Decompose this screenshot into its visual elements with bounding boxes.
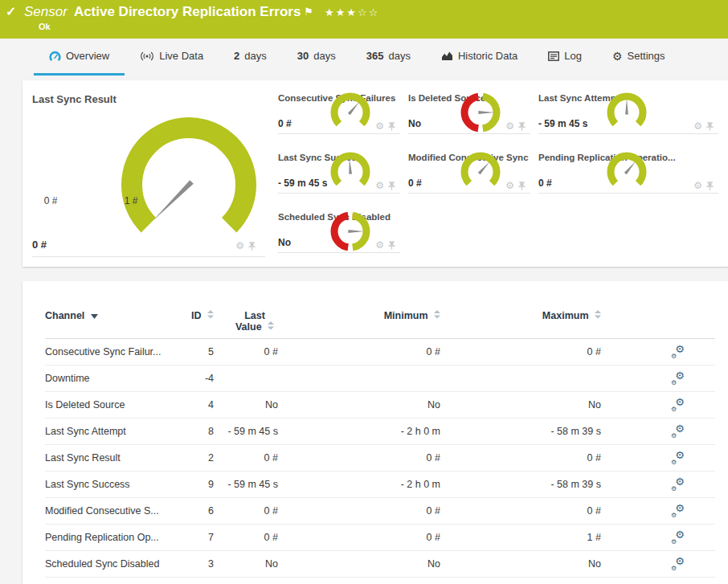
channel-settings-icon[interactable]: ⚙⚙ bbox=[672, 478, 685, 491]
table-row-is-deleted-source[interactable]: Is Deleted Source 4 No No No ⚙⚙ bbox=[45, 392, 715, 419]
table-row-modified-consecutive-s[interactable]: Modified Consecutive S... 6 0 # 0 # 0 # … bbox=[45, 498, 715, 525]
pin-icon[interactable] bbox=[388, 241, 395, 250]
channel-settings-icon[interactable]: ⚙⚙ bbox=[672, 372, 685, 385]
small-gauges-grid: Consecutive Sync Failures 0 # ⚙ Is Delet… bbox=[278, 90, 728, 267]
gauge-cell-consecutive-sync-failures: Consecutive Sync Failures 0 # ⚙ bbox=[278, 90, 400, 134]
pin-icon[interactable] bbox=[248, 242, 256, 251]
column-header-min[interactable]: Minimum bbox=[278, 310, 440, 321]
gauge-cell-value: 0 # bbox=[408, 178, 422, 189]
cell-id: 6 bbox=[166, 505, 214, 517]
gear-icon[interactable]: ⚙ bbox=[235, 241, 244, 251]
gauge-needle bbox=[348, 230, 364, 233]
column-header-channel[interactable]: Channel bbox=[45, 310, 166, 321]
cell-maximum: No bbox=[440, 399, 601, 410]
table-row-scheduled-sync-disabled[interactable]: Scheduled Sync Disabled 3 No No No ⚙⚙ bbox=[45, 551, 715, 578]
channel-settings-icon[interactable]: ⚙⚙ bbox=[672, 451, 685, 464]
table-row-last-sync-result[interactable]: Last Sync Result 2 0 # 0 # 0 # ⚙⚙ bbox=[45, 445, 715, 472]
sensor-title: Active Directory Replication Errors bbox=[74, 4, 301, 20]
cell-last-value: 0 # bbox=[214, 452, 278, 464]
table-row-last-sync-attempt[interactable]: Last Sync Attempt 8 - 59 m 45 s - 2 h 0 … bbox=[45, 419, 715, 445]
sort-icon bbox=[595, 310, 601, 321]
pin-icon[interactable] bbox=[518, 122, 526, 131]
sort-icon bbox=[207, 310, 214, 321]
gear-icon[interactable]: ⚙ bbox=[693, 181, 702, 190]
column-header-max[interactable]: Maximum bbox=[440, 310, 601, 321]
sort-icon bbox=[434, 310, 440, 321]
cell-id: 8 bbox=[166, 426, 214, 437]
cell-minimum: 0 # bbox=[278, 505, 440, 517]
gauge-needle bbox=[478, 111, 494, 114]
cell-last-value: 0 # bbox=[214, 505, 278, 517]
cell-maximum: - 58 m 39 s bbox=[440, 479, 601, 490]
gauge bbox=[460, 92, 501, 133]
table-row-last-sync-success[interactable]: Last Sync Success 9 - 59 m 45 s - 2 h 0 … bbox=[45, 472, 715, 498]
gauge-icon bbox=[49, 51, 61, 62]
cell-maximum: No bbox=[440, 558, 601, 570]
gauge-cell-value: No bbox=[278, 237, 291, 248]
gauge-needle bbox=[150, 180, 193, 223]
gauge-cell-modified-consecutive-sync-f: Modified Consecutive Sync F... 0 # ⚙ bbox=[408, 149, 530, 194]
gear-icon[interactable]: ⚙ bbox=[693, 121, 702, 131]
tab-live-data[interactable]: Live Data bbox=[125, 39, 219, 76]
gauge bbox=[329, 151, 371, 193]
table-row-consecutive-sync-failur[interactable]: Consecutive Sync Failur... 5 0 # 0 # 0 #… bbox=[45, 339, 715, 366]
log-icon bbox=[548, 51, 559, 61]
cell-channel: Last Sync Success bbox=[45, 479, 166, 490]
table-body: Consecutive Sync Failur... 5 0 # 0 # 0 #… bbox=[45, 339, 715, 578]
tab-historic-data[interactable]: Historic Data bbox=[426, 39, 533, 76]
cell-minimum: 0 # bbox=[278, 452, 440, 464]
priority-stars[interactable]: ★★★☆☆ bbox=[325, 6, 379, 18]
gauge-max-label: 1 # bbox=[125, 195, 138, 206]
sort-icon bbox=[268, 321, 274, 333]
tab-label: Settings bbox=[628, 50, 665, 62]
pin-icon[interactable] bbox=[388, 122, 395, 131]
gear-icon[interactable]: ⚙ bbox=[375, 181, 384, 190]
gear-icon[interactable]: ⚙ bbox=[505, 121, 514, 131]
tab-overview[interactable]: Overview bbox=[34, 39, 125, 76]
cell-minimum: - 2 h 0 m bbox=[278, 426, 440, 437]
gauge bbox=[460, 151, 501, 193]
pin-icon[interactable] bbox=[706, 182, 714, 190]
channel-settings-icon[interactable]: ⚙⚙ bbox=[672, 345, 685, 358]
gauge-cell-value: No bbox=[408, 118, 421, 129]
cell-id: 5 bbox=[166, 346, 214, 357]
tab-number: 30 bbox=[297, 50, 309, 62]
gauge-cell-last-sync-success: Last Sync Success - 59 m 45 s ⚙ bbox=[278, 149, 400, 194]
sensor-status-badge: Ok bbox=[39, 22, 51, 31]
gauge-needle bbox=[348, 101, 361, 115]
tab-log[interactable]: Log bbox=[533, 39, 597, 76]
gauge-cell-value: 0 # bbox=[538, 178, 552, 189]
table-row-pending-replication-op[interactable]: Pending Replication Op... 7 0 # 0 # 1 # … bbox=[45, 525, 715, 551]
tab-30-days[interactable]: 30 days bbox=[282, 39, 351, 76]
status-check-icon: ✓ bbox=[6, 4, 16, 19]
channel-settings-icon[interactable]: ⚙⚙ bbox=[672, 425, 685, 438]
flag-icon[interactable]: ⚑ bbox=[304, 6, 313, 18]
pin-icon[interactable] bbox=[388, 182, 395, 190]
gauge-cell-value: 0 # bbox=[278, 118, 292, 129]
tab-settings[interactable]: ⚙ Settings bbox=[597, 39, 681, 76]
pin-icon[interactable] bbox=[518, 182, 526, 190]
tab-2-days[interactable]: 2 days bbox=[219, 39, 282, 76]
column-header-last[interactable]: Last Value bbox=[214, 310, 278, 333]
pin-icon[interactable] bbox=[706, 122, 714, 131]
channel-settings-icon[interactable]: ⚙⚙ bbox=[672, 504, 685, 517]
gauge-cell-value: - 59 m 45 s bbox=[538, 118, 587, 129]
cell-id: 2 bbox=[166, 452, 214, 464]
table-row-downtime[interactable]: Downtime -4 ⚙⚙ bbox=[45, 366, 715, 392]
tab-label: Historic Data bbox=[458, 50, 517, 62]
channel-settings-icon[interactable]: ⚙⚙ bbox=[672, 531, 685, 544]
channel-settings-icon[interactable]: ⚙⚙ bbox=[672, 398, 685, 411]
cell-channel: Scheduled Sync Disabled bbox=[45, 558, 166, 570]
cell-id: -4 bbox=[166, 373, 214, 384]
cell-last-value: - 59 m 45 s bbox=[214, 479, 278, 490]
gear-icon[interactable]: ⚙ bbox=[375, 121, 384, 131]
gear-icon[interactable]: ⚙ bbox=[505, 181, 514, 190]
column-header-id[interactable]: ID bbox=[166, 310, 214, 321]
gauge-cell-last-sync-attempt: Last Sync Attempt - 59 m 45 s ⚙ bbox=[538, 90, 718, 134]
tab-365-days[interactable]: 365 days bbox=[351, 39, 426, 76]
main-gauge-cell: Last Sync Result 0 # 1 # 0 # ⚙ bbox=[22, 80, 278, 267]
gauge-needle bbox=[348, 158, 352, 174]
cell-id: 9 bbox=[166, 479, 214, 490]
channel-settings-icon[interactable]: ⚙⚙ bbox=[672, 557, 685, 570]
gear-icon[interactable]: ⚙ bbox=[375, 240, 384, 250]
